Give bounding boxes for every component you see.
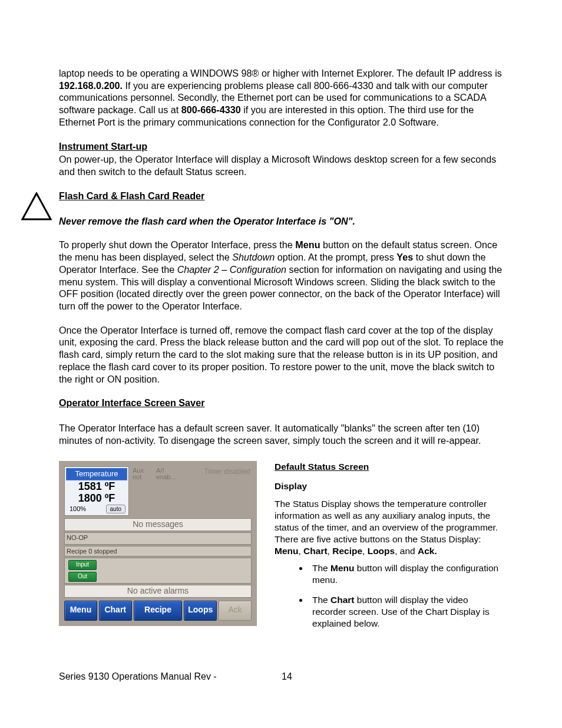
warning-triangle-icon	[21, 192, 52, 220]
text: To properly shut down the Operator Inter…	[59, 239, 295, 250]
heading-default-status: Default Status Screen	[275, 461, 504, 473]
paragraph-screen-saver: The Operator Interface has a default scr…	[59, 422, 504, 446]
noop-bar: NO-OP	[64, 532, 252, 545]
recipe-ref: Recipe	[332, 546, 362, 556]
heading-instrument-startup: Instrument Start-up	[59, 140, 504, 153]
ack-button[interactable]: Ack	[219, 601, 252, 621]
messages-bar: No messages	[64, 518, 252, 531]
timer-status: Timer disabled	[204, 466, 252, 476]
menu-word: Menu	[295, 239, 320, 250]
page-number: 14	[282, 671, 292, 682]
recipe-button[interactable]: Recipe	[134, 601, 183, 621]
text: The Status Display shows the temperature…	[275, 499, 498, 543]
ack-ref: Ack.	[418, 546, 437, 556]
page-footer: Series 9130 Operations Manual Rev - 14	[59, 671, 503, 682]
out-button[interactable]: Out	[68, 572, 97, 582]
warning-text: Never remove the flash card when the Ope…	[59, 215, 504, 228]
shutdown-word: Shutdown	[232, 252, 275, 262]
output-percent: 100%	[70, 505, 86, 513]
chart-ref: Chart	[303, 546, 327, 556]
two-column-area: Temperature 1581 ºF 1800 ºF 100% auto Au…	[59, 461, 504, 638]
menu-word: Menu	[330, 563, 354, 573]
text: laptop needs to be operating a WINDOWS 9…	[59, 68, 502, 78]
text: ,	[328, 546, 333, 556]
bottom-button-row: Menu Chart Recipe Loops Ack	[64, 601, 252, 621]
top-panel: Temperature 1581 ºF 1800 ºF 100% auto Au…	[64, 466, 252, 516]
temperature-title: Temperature	[66, 468, 127, 481]
text: ,	[298, 546, 303, 556]
display-description: The Status Display shows the temperature…	[275, 498, 504, 556]
auto-mode-pill[interactable]: auto	[106, 505, 125, 513]
paragraph-startup: On power-up, the Operator Interface will…	[59, 153, 504, 177]
text: option. At the prompt, press	[275, 252, 396, 262]
loops-ref: Loops	[368, 546, 395, 556]
ai-cell: A/I enab...	[156, 466, 191, 481]
chart-button[interactable]: Chart	[99, 601, 132, 621]
list-item: The Menu button will display the configu…	[309, 562, 504, 586]
ip-address: 192.168.0.200.	[59, 80, 123, 91]
flash-card-section: Flash Card & Flash Card Reader Never rem…	[59, 190, 504, 227]
temperature-pv: 1581 ºF	[66, 480, 127, 492]
yes-word: Yes	[396, 252, 413, 262]
text: The	[312, 595, 330, 605]
document-page: laptop needs to be operating a WINDOWS 9…	[0, 0, 562, 638]
temperature-card[interactable]: Temperature 1581 ºF 1800 ºF 100% auto	[64, 466, 129, 516]
button-description-list: The Menu button will display the configu…	[275, 562, 504, 629]
temperature-sp: 1800 ºF	[66, 492, 127, 504]
right-column: Default Status Screen Display The Status…	[275, 461, 504, 638]
footer-title: Series 9130 Operations Manual Rev -	[59, 671, 217, 682]
io-area: Input Out	[64, 558, 252, 584]
heading-flash-card: Flash Card & Flash Card Reader	[59, 190, 504, 202]
text: , and	[395, 546, 418, 556]
aux-cell: Aux not	[133, 466, 153, 481]
paragraph-poweroff: Once the Operator Interface is turned of…	[59, 324, 504, 386]
status-screen-screenshot: Temperature 1581 ºF 1800 ºF 100% auto Au…	[59, 461, 257, 626]
phone-number: 800-666-4330	[181, 104, 241, 115]
alarms-bar: No active alarms	[64, 585, 252, 598]
text: ,	[362, 546, 368, 556]
menu-button[interactable]: Menu	[64, 601, 97, 621]
chart-word: Chart	[330, 595, 354, 605]
paragraph-shutdown: To properly shut down the Operator Inter…	[59, 239, 504, 312]
list-item: The Chart button will display the video …	[309, 594, 504, 629]
chapter-ref: Chapter 2 – Configuration	[177, 264, 286, 275]
heading-screen-saver: Operator Interface Screen Saver	[59, 397, 504, 409]
input-button[interactable]: Input	[68, 560, 97, 570]
recipe-status-bar: Recipe 0 stopped	[64, 546, 252, 556]
aux-label-2: not	[133, 474, 153, 481]
loops-button[interactable]: Loops	[184, 601, 217, 621]
menu-ref: Menu	[275, 546, 298, 556]
text: The	[312, 563, 330, 573]
subheading-display: Display	[275, 480, 504, 492]
intro-paragraph: laptop needs to be operating a WINDOWS 9…	[59, 67, 504, 129]
ai-label-2: enab...	[156, 474, 191, 481]
